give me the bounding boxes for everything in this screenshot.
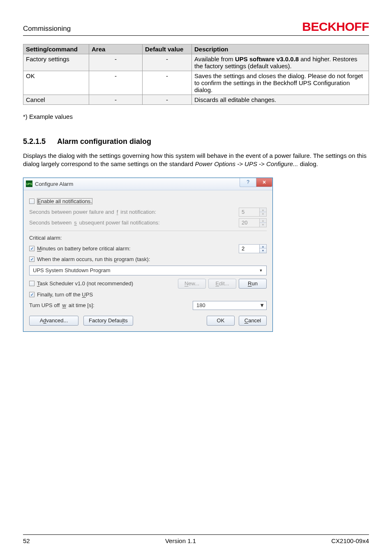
spin-up-icon[interactable]: ▲: [260, 245, 266, 249]
doc-id: CX2100-09x4: [331, 537, 369, 544]
minutes-before-alarm-label: Minutes on battery before critical alarm…: [37, 245, 131, 252]
close-icon: ×: [263, 179, 266, 185]
cell-name: Cancel: [23, 95, 89, 105]
brand-logo: BECKHOFF: [302, 20, 369, 34]
cell-area: -: [89, 95, 143, 105]
factory-defaults-button[interactable]: Factory Defaults: [83, 316, 133, 326]
cell-name: Factory settings: [23, 54, 89, 71]
task-scheduler-label: Task Scheduler v1.0 (not recommended): [37, 280, 133, 287]
divider: [29, 231, 267, 231]
combobox-value: UPS System Shutdown Program: [33, 267, 111, 273]
chevron-down-icon: ▼: [257, 267, 265, 274]
th-description: Description: [192, 44, 369, 54]
section-heading: 5.2.1.5Alarm configuration dialog: [23, 137, 369, 146]
cell-default: -: [143, 54, 192, 71]
cancel-button[interactable]: Cancel: [239, 316, 267, 326]
cell-desc: Saves the settings and closes the dialog…: [192, 71, 369, 95]
finally-turn-off-checkbox[interactable]: [29, 292, 35, 297]
page-number: 52: [23, 537, 30, 544]
cell-name: OK: [23, 71, 89, 95]
advanced-button[interactable]: Advanced...: [29, 316, 78, 326]
settings-table: Setting/command Area Default value Descr…: [23, 44, 369, 105]
dialog-title: Configure Alarm: [35, 181, 73, 187]
enable-all-notifications-label: Enable all notifications.: [37, 198, 92, 204]
seconds-first-label: Seconds between power failure and first …: [29, 209, 156, 215]
minutes-before-alarm-input[interactable]: [239, 244, 259, 253]
table-row: Cancel - - Discards all editable changes…: [23, 95, 369, 105]
spin-up-icon: ▲: [260, 208, 266, 212]
table-row: Factory settings - - Available from UPS …: [23, 54, 369, 71]
cell-area: -: [89, 54, 143, 71]
new-button: New...: [178, 279, 206, 289]
critical-alarm-heading: Critical alarm:: [29, 235, 62, 241]
task-scheduler-checkbox[interactable]: [29, 281, 35, 286]
run-button[interactable]: Run: [239, 279, 267, 289]
edit-button: Edit...: [208, 279, 236, 289]
seconds-subsequent-input: [239, 218, 259, 227]
seconds-subsequent-label: Seconds between subsequent power fail no…: [29, 220, 160, 226]
minutes-before-alarm-checkbox[interactable]: [29, 246, 35, 251]
example-values-note: *) Example values: [23, 113, 369, 120]
cell-desc: Discards all editable changes.: [192, 95, 369, 105]
turn-off-wait-label: Turn UPS off wait time [s]:: [29, 302, 95, 308]
page-footer: 52 Version 1.1 CX2100-09x4: [23, 534, 369, 544]
spin-down-icon: ▼: [260, 222, 266, 227]
cell-default: -: [143, 71, 192, 95]
th-default: Default value: [143, 44, 192, 54]
table-row: OK - - Saves the settings and closes the…: [23, 71, 369, 95]
spin-up-icon: ▲: [260, 219, 266, 223]
help-icon: ?: [247, 179, 249, 185]
section-name: Commissioning: [23, 25, 71, 33]
cell-area: -: [89, 71, 143, 95]
run-program-label: When the alarm occurs, run this program …: [37, 256, 150, 262]
spin-down-icon[interactable]: ▼: [260, 248, 266, 253]
run-program-checkbox[interactable]: [29, 257, 35, 262]
minutes-before-alarm-spinner[interactable]: ▲▼: [239, 244, 267, 253]
close-button[interactable]: ×: [256, 178, 272, 187]
table-header-row: Setting/command Area Default value Descr…: [23, 44, 369, 54]
th-setting: Setting/command: [23, 44, 89, 54]
chevron-down-icon: ▼: [259, 302, 265, 308]
ok-button[interactable]: OK: [207, 316, 235, 326]
shutdown-program-combobox[interactable]: UPS System Shutdown Program ▼: [29, 266, 267, 275]
cell-desc: Available from UPS software v3.0.0.8 and…: [192, 54, 369, 71]
seconds-subsequent-spinner: ▲▼: [239, 218, 267, 227]
configure-alarm-dialog: UPS Configure Alarm ? × Enable all notif…: [23, 178, 273, 332]
dialog-titlebar[interactable]: UPS Configure Alarm ? ×: [23, 178, 272, 190]
spin-down-icon: ▼: [260, 212, 266, 216]
app-icon: UPS: [26, 180, 32, 187]
section-paragraph: Displays the dialog with the settings go…: [23, 152, 369, 169]
cell-default: -: [143, 95, 192, 105]
finally-turn-off-label: Finally, turn off the UPS: [37, 291, 93, 298]
page-header: Commissioning BECKHOFF: [23, 20, 369, 36]
combobox-value: 180: [196, 302, 205, 308]
th-area: Area: [89, 44, 143, 54]
help-button[interactable]: ?: [240, 178, 256, 187]
enable-all-notifications-checkbox[interactable]: [29, 199, 35, 204]
seconds-first-spinner: ▲▼: [239, 208, 267, 217]
doc-version: Version 1.1: [165, 537, 196, 544]
seconds-first-input: [239, 208, 259, 217]
turn-off-wait-combobox[interactable]: 180 ▼: [193, 301, 267, 310]
